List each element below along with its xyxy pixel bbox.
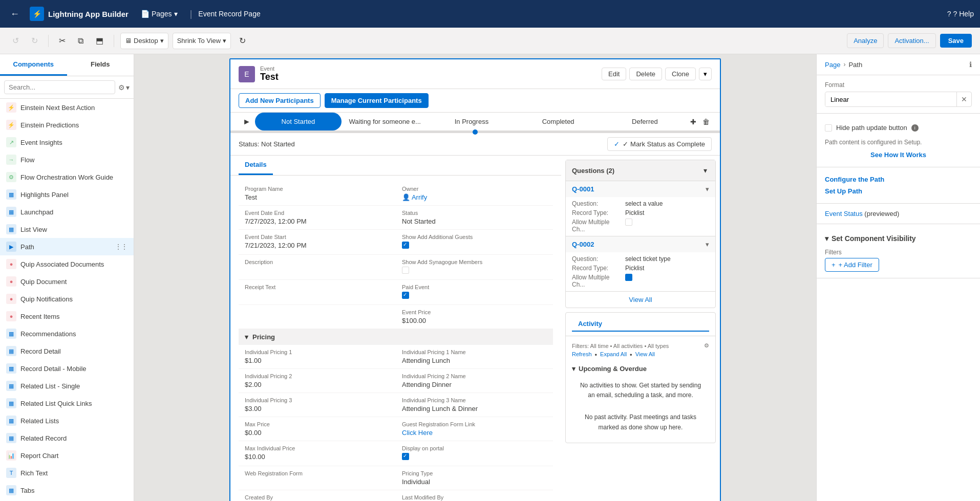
hide-path-checkbox[interactable] [825, 124, 832, 132]
copy-button[interactable]: ⧉ [74, 33, 88, 49]
tab-components[interactable]: Components [0, 54, 67, 76]
redo-button[interactable]: ↻ [27, 33, 42, 49]
checkbox-field[interactable] [402, 267, 409, 274]
component-item[interactable]: ▦ Record Detail - Mobile [0, 360, 134, 377]
question-id[interactable]: Q-0002 [572, 241, 594, 248]
path-step[interactable]: Completed [515, 113, 602, 130]
field-item: Owner👤 Arrify [396, 182, 553, 206]
checkbox-field[interactable] [402, 242, 409, 249]
questions-dropdown-button[interactable]: ▾ [701, 164, 709, 177]
field-value-wrapper: Attending Lunch & Dinner [402, 405, 547, 412]
question-dropdown-button[interactable]: ▾ [706, 185, 709, 193]
component-item[interactable]: ▦ List View [0, 221, 134, 238]
see-how-link[interactable]: See How It Works [825, 149, 972, 161]
checkbox-field[interactable] [402, 453, 409, 460]
clone-button[interactable]: Clone [665, 68, 696, 80]
refresh-button[interactable]: ↻ [235, 33, 250, 49]
component-item[interactable]: ⚡ Einstein Predictions [0, 116, 134, 134]
search-settings-button[interactable]: ⚙ ▾ [118, 83, 130, 92]
component-item[interactable]: → Flow [0, 151, 134, 168]
component-item[interactable]: ⚙ Flow Orchestration Work Guide [0, 168, 134, 186]
add-participants-button[interactable]: Add New Participants [239, 93, 321, 108]
component-item[interactable]: ▦ Tabs [0, 482, 134, 499]
component-item[interactable]: ● Quip Document [0, 273, 134, 290]
component-item[interactable]: ⚡ Einstein Next Best Action [0, 99, 134, 116]
field-label: Individual Pricing 1 [245, 349, 390, 355]
component-item[interactable]: ● Quip Associated Documents [0, 255, 134, 273]
question-dropdown-button[interactable]: ▾ [706, 241, 709, 248]
tab-details[interactable]: Details [239, 156, 273, 175]
component-item[interactable]: ▦ Highlights Panel [0, 186, 134, 203]
path-step[interactable]: In Progress [428, 113, 515, 130]
allow-multiple-checkbox[interactable] [625, 219, 632, 226]
activation-button[interactable]: Activation... [888, 33, 935, 48]
set-visibility-toggle[interactable]: ▾ Set Component Visibility [825, 230, 972, 247]
component-item[interactable]: T Rich Text [0, 464, 134, 482]
shrink-to-view-button[interactable]: Shrink To View ▾ [173, 33, 231, 49]
help-button[interactable]: ? ? Help [947, 10, 974, 18]
analyze-button[interactable]: Analyze [847, 33, 884, 48]
canvas-right-panel: Questions (2) ▾ Q-0001 ▾ Question: selec… [561, 156, 720, 501]
mark-complete-button[interactable]: ✓ ✓ Mark Status as Complete [607, 137, 712, 151]
manage-participants-button[interactable]: Manage Current Participants [325, 93, 429, 108]
field-link[interactable]: Click Here [402, 429, 433, 437]
checkbox-field[interactable] [402, 292, 409, 299]
component-item[interactable]: 📊 Report Chart [0, 447, 134, 464]
path-prev-button[interactable]: ► [239, 113, 255, 130]
format-clear-button[interactable]: ✕ [956, 92, 971, 106]
component-icon: ↗ [6, 137, 16, 147]
more-actions-button[interactable]: ▾ [699, 68, 712, 80]
drag-icon: ⋮⋮ [115, 243, 127, 250]
save-button[interactable]: Save [940, 34, 972, 48]
component-item[interactable]: ▶ Path ⋮⋮ [0, 238, 134, 255]
setup-path-link[interactable]: Set Up Path [825, 185, 972, 197]
component-item[interactable]: ● Quip Notifications [0, 290, 134, 308]
component-item[interactable]: ▦ Related Lists [0, 412, 134, 429]
format-input[interactable] [825, 93, 956, 106]
search-input[interactable] [4, 80, 115, 94]
field-item: Individual Pricing 1 NameAttending Lunch [396, 345, 553, 369]
viewport-selector[interactable]: 🖥 Desktop ▾ [120, 33, 168, 49]
path-delete-button[interactable]: 🗑 [700, 116, 712, 128]
paste-button[interactable]: ⬒ [92, 33, 108, 49]
field-link[interactable]: 👤 Arrify [402, 193, 427, 201]
path-add-button[interactable]: ✚ [688, 116, 698, 128]
questions-view-all[interactable]: View All [566, 292, 715, 308]
undo-button[interactable]: ↺ [8, 33, 23, 49]
delete-button[interactable]: Delete [629, 68, 662, 80]
expand-all-link[interactable]: Expand All [600, 351, 627, 359]
question-id[interactable]: Q-0001 [572, 185, 594, 193]
path-step[interactable]: Deferred [602, 113, 688, 130]
view-all-activity-link[interactable]: View All [635, 351, 655, 359]
pricing-section-header[interactable]: ▾ Pricing [239, 329, 553, 345]
component-item[interactable]: ▦ Launchpad [0, 203, 134, 221]
component-item[interactable]: ▦ Record Detail [0, 342, 134, 360]
edit-button[interactable]: Edit [602, 68, 626, 80]
refresh-link[interactable]: Refresh [572, 351, 592, 359]
tab-activity[interactable]: Activity [572, 317, 608, 331]
allow-multiple-checkbox[interactable] [625, 274, 632, 281]
pages-button[interactable]: 📄 Pages ▾ [135, 7, 184, 21]
path-step[interactable]: Not Started [255, 113, 342, 130]
component-item[interactable]: ↗ Event Insights [0, 134, 134, 151]
upcoming-header[interactable]: ▾ Upcoming & Overdue [572, 363, 709, 375]
component-item[interactable]: ▦ Recommendations [0, 325, 134, 342]
back-button[interactable]: ← [6, 7, 24, 21]
cut-button[interactable]: ✂ [55, 33, 70, 49]
path-step[interactable]: Waiting for someone e... [342, 113, 428, 130]
field-value-wrapper: Attending Lunch [402, 357, 547, 364]
configure-path-link[interactable]: Configure the Path [825, 173, 972, 185]
component-icon: ▦ [6, 329, 16, 339]
event-status-link[interactable]: Event Status [825, 210, 863, 217]
component-item[interactable]: ● Recent Items [0, 308, 134, 325]
component-icon: ▦ [6, 398, 16, 408]
field-value-wrapper: Individual [402, 478, 547, 486]
component-item[interactable]: ▦ Related List - Single [0, 377, 134, 395]
add-filter-button[interactable]: + + Add Filter [825, 258, 879, 272]
info-icon[interactable]: ℹ [969, 60, 972, 69]
tab-fields[interactable]: Fields [67, 54, 134, 76]
component-item[interactable]: ▦ Related List Quick Links [0, 395, 134, 412]
activity-settings-icon[interactable]: ⚙ [704, 342, 709, 349]
component-item[interactable]: ▦ Related Record [0, 429, 134, 447]
breadcrumb-page-link[interactable]: Page [825, 61, 840, 69]
